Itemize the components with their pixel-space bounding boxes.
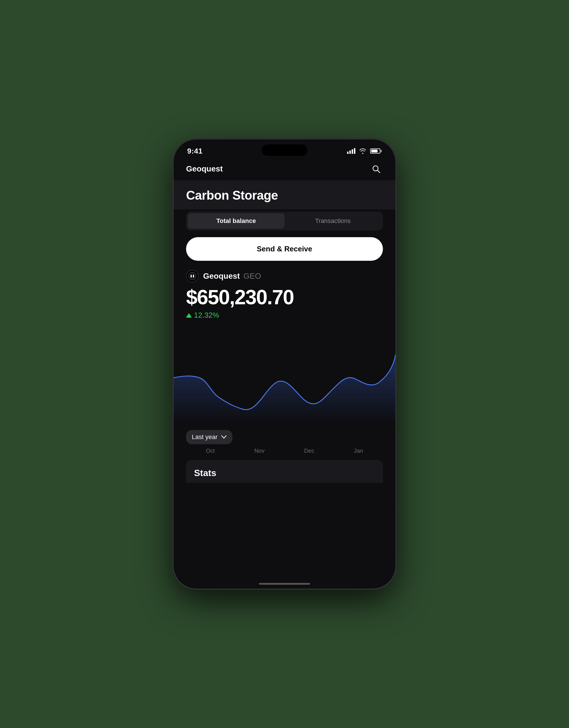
token-name: Geoquest: [203, 272, 240, 280]
period-dropdown[interactable]: Last year: [186, 430, 232, 444]
x-label-jan: Jan: [354, 448, 363, 454]
token-ticker: GEO: [243, 272, 261, 280]
app-title: Geoquest: [186, 164, 223, 173]
wifi-icon: [359, 148, 367, 154]
period-label: Last year: [192, 433, 218, 441]
section-header: Carbon Storage: [173, 180, 396, 209]
svg-line-1: [378, 170, 380, 173]
token-name-container: Geoquest GEO: [203, 272, 261, 281]
svg-rect-3: [191, 275, 192, 278]
chart-container: [173, 326, 396, 423]
search-button[interactable]: [369, 162, 383, 176]
status-time: 9:41: [187, 147, 202, 156]
x-label-dec: Dec: [304, 448, 315, 454]
period-selector-row: Last year: [173, 423, 396, 444]
home-indicator: [259, 583, 310, 585]
change-indicator: 12.32%: [186, 311, 383, 320]
change-percentage: 12.32%: [194, 311, 219, 320]
tabs-container: Total balance Transactions: [186, 212, 383, 230]
signal-bar-3: [352, 149, 353, 154]
signal-bar-4: [354, 148, 355, 154]
svg-rect-4: [193, 275, 194, 278]
geoquest-logo-icon: [188, 272, 196, 280]
svg-point-2: [189, 272, 196, 280]
nav-bar: Geoquest: [173, 158, 396, 180]
x-label-oct: Oct: [206, 448, 215, 454]
status-icons: [347, 148, 382, 154]
tab-total-balance[interactable]: Total balance: [188, 213, 284, 229]
battery-icon: [370, 148, 382, 154]
stats-section: Stats: [186, 460, 383, 483]
stats-title: Stats: [194, 468, 216, 478]
signal-bar-2: [349, 150, 351, 154]
token-header: Geoquest GEO: [186, 270, 383, 282]
tab-transactions[interactable]: Transactions: [284, 213, 381, 229]
search-icon: [372, 164, 381, 173]
main-content: Carbon Storage Total balance Transaction…: [173, 180, 396, 483]
chevron-down-icon: [221, 435, 227, 439]
phone-screen: 9:41: [173, 139, 396, 589]
token-section: Geoquest GEO $650,230.70 12.32%: [173, 270, 396, 320]
signal-bar-1: [347, 152, 349, 154]
status-bar: 9:41: [173, 139, 396, 158]
phone-device: 9:41: [173, 139, 396, 589]
trend-up-icon: [186, 313, 192, 318]
x-label-nov: Nov: [254, 448, 264, 454]
section-title: Carbon Storage: [186, 188, 383, 202]
price-chart: [173, 326, 396, 423]
token-icon: [186, 270, 198, 282]
signal-bars-icon: [347, 148, 355, 154]
dynamic-island: [262, 144, 307, 156]
send-receive-button[interactable]: Send & Receive: [186, 237, 383, 261]
balance-amount: $650,230.70: [186, 287, 383, 307]
chart-x-labels: Oct Nov Dec Jan: [173, 444, 396, 454]
